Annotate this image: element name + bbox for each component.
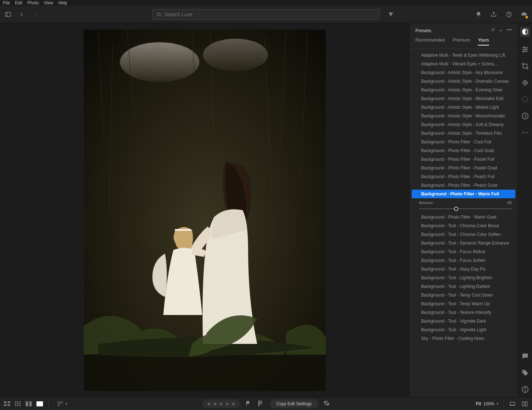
sidebar-toggle-icon[interactable] xyxy=(4,11,12,18)
preset-item[interactable]: Background - Photo Filter - Cool Full xyxy=(412,138,515,146)
svg-rect-41 xyxy=(15,405,16,406)
preset-item[interactable]: Background - Tool - Focus Soften xyxy=(412,256,515,265)
compare-view-icon[interactable] xyxy=(25,401,33,407)
preset-item[interactable]: Background - Tool - Focus Refine xyxy=(412,247,515,256)
filmstrip-toggle-icon[interactable] xyxy=(509,400,516,407)
preset-item[interactable]: Background - Photo Filter - Warm Grad xyxy=(412,213,515,221)
comments-icon[interactable] xyxy=(521,352,529,360)
menu-help[interactable]: Help xyxy=(58,0,67,5)
svg-rect-44 xyxy=(26,401,28,406)
preset-item[interactable]: Background - Artistic Style - Soft & Dre… xyxy=(412,120,515,129)
cloud-sync-icon[interactable] xyxy=(520,11,528,18)
svg-point-17 xyxy=(525,49,527,50)
edit-tool-icon[interactable] xyxy=(520,27,530,37)
menu-view[interactable]: View xyxy=(44,0,53,5)
svg-rect-46 xyxy=(36,401,43,406)
sync-warning-badge xyxy=(525,16,528,19)
presets-title: Presets xyxy=(415,28,431,33)
preset-item[interactable]: Background - Artistic Style - Monochroma… xyxy=(412,112,515,120)
search-field[interactable] xyxy=(152,9,380,20)
copy-edit-settings-button[interactable]: Copy Edit Settings xyxy=(270,399,319,409)
add-preset-icon[interactable]: ＋ xyxy=(498,27,503,34)
flag-pick-icon[interactable] xyxy=(245,400,252,407)
preset-item[interactable]: Background - Artistic Style - Evening Gl… xyxy=(412,86,515,94)
preset-item[interactable]: Background - Tool - Hazy Day Fix xyxy=(412,265,515,273)
star-4[interactable]: ★ xyxy=(225,401,230,407)
preset-item[interactable]: Background - Tool - Chroma Color Boost xyxy=(412,221,515,230)
settings-gear-icon[interactable] xyxy=(323,400,330,408)
notifications-icon[interactable] xyxy=(475,11,482,18)
tab-yours[interactable]: Yours xyxy=(478,38,489,46)
svg-rect-51 xyxy=(259,401,259,406)
preset-item[interactable]: Background - Artistic Style - Timeless F… xyxy=(412,129,515,138)
preset-item[interactable]: Background - Photo Filter - Warm Full xyxy=(412,190,515,198)
preset-item[interactable]: Adaptive Multi - Teeth & Eyes Whitening … xyxy=(412,51,515,60)
preset-item[interactable]: Background - Artistic Style - Minimalist… xyxy=(412,94,515,103)
fit-label: Fit xyxy=(476,401,481,406)
svg-point-30 xyxy=(525,388,525,388)
star-1[interactable]: ★ xyxy=(207,401,211,407)
info-icon[interactable] xyxy=(521,385,529,393)
photo-preview xyxy=(84,30,326,391)
menu-photo[interactable]: Photo xyxy=(27,0,39,5)
help-icon[interactable] xyxy=(505,11,512,18)
preset-item[interactable]: Background - Tool - Dynamic Range Enhanc… xyxy=(412,239,515,247)
star-5[interactable]: ★ xyxy=(231,401,236,407)
preset-item[interactable]: Background - Tool - Temp Cool Down xyxy=(412,291,515,299)
preset-item[interactable]: Background - Photo Filter - Peach Grad xyxy=(412,181,515,190)
preset-item[interactable]: Background - Tool - Lighting Brighten xyxy=(412,273,515,282)
tab-recommended[interactable]: Recommended xyxy=(415,38,445,46)
share-icon[interactable] xyxy=(490,11,497,18)
filter-icon[interactable] xyxy=(387,11,394,18)
panel-toggle-icon[interactable] xyxy=(521,400,528,407)
star-2[interactable]: ★ xyxy=(213,401,217,407)
preset-item[interactable]: Background - Photo Filter - Cool Grad xyxy=(412,146,515,155)
more-preset-icon[interactable]: ••• xyxy=(507,27,512,34)
keywords-icon[interactable] xyxy=(521,369,529,377)
preset-item[interactable]: Adaptive Multi - Vibrant Eyes + Sclera… xyxy=(412,60,515,68)
preset-item[interactable]: Background - Tool - Vignette Light xyxy=(412,325,515,334)
preset-item[interactable]: Background - Tool - Temp Warm Up xyxy=(412,299,515,308)
healing-tool-icon[interactable] xyxy=(521,79,529,87)
star-3[interactable]: ★ xyxy=(219,401,224,407)
tab-premium[interactable]: Premium xyxy=(453,38,470,46)
svg-rect-45 xyxy=(29,401,32,406)
versions-icon[interactable] xyxy=(521,112,529,120)
search-input[interactable] xyxy=(164,12,376,17)
masking-tool-icon[interactable] xyxy=(521,95,529,103)
svg-rect-50 xyxy=(246,401,247,406)
preset-item[interactable]: Background - Artistic Style - Airy Bloss… xyxy=(412,68,515,77)
tool-rail xyxy=(518,23,532,397)
detail-view-icon[interactable] xyxy=(36,401,43,407)
sort-dropdown[interactable]: ▾ xyxy=(57,401,67,406)
small-grid-icon[interactable] xyxy=(14,401,22,407)
crop-tool-icon[interactable] xyxy=(521,62,529,70)
preset-item[interactable]: Background - Tool - Lighting Darken xyxy=(412,282,515,291)
undo-preset-icon[interactable]: ↺ xyxy=(491,27,495,34)
chevron-down-icon: ▾ xyxy=(497,402,498,406)
photo-canvas[interactable] xyxy=(0,23,409,397)
back-button[interactable] xyxy=(18,11,25,18)
sliders-icon[interactable] xyxy=(521,46,529,53)
rating-stars[interactable]: ★ ★ ★ ★ ★ xyxy=(202,400,240,408)
amount-slider[interactable] xyxy=(410,208,518,213)
preset-item[interactable]: Sky - Photo Filter - Cooling Hues xyxy=(412,334,515,343)
more-tools-icon[interactable] xyxy=(521,129,529,137)
menu-edit[interactable]: Edit xyxy=(15,0,22,5)
preset-item[interactable]: Background - Tool - Vignette Dark xyxy=(412,317,515,325)
preset-item[interactable]: Background - Artistic Style - Dramatic C… xyxy=(412,77,515,86)
preset-item[interactable]: Background - Tool - Chroma Color Soften xyxy=(412,230,515,239)
preset-item[interactable]: Background - Artistic Style - Misted Lig… xyxy=(412,103,515,112)
forward-button[interactable] xyxy=(32,11,39,18)
zoom-dropdown[interactable]: Fit 100% ▾ xyxy=(476,401,498,406)
flag-reject-icon[interactable] xyxy=(258,400,265,407)
preset-item[interactable]: Background - Photo Filter - Peach Full xyxy=(412,172,515,181)
grid-view-icon[interactable] xyxy=(4,401,11,407)
menu-file[interactable]: File xyxy=(3,0,10,5)
preset-list[interactable]: Adaptive Multi - Teeth & Eyes Whitening … xyxy=(410,49,518,397)
svg-point-11 xyxy=(198,251,203,256)
svg-rect-43 xyxy=(19,405,21,406)
preset-item[interactable]: Background - Photo Filter - Pastel Grad xyxy=(412,164,515,172)
preset-item[interactable]: Background - Tool - Texture Intensify xyxy=(412,308,515,317)
preset-item[interactable]: Background - Photo Filter - Pastel Full xyxy=(412,155,515,164)
